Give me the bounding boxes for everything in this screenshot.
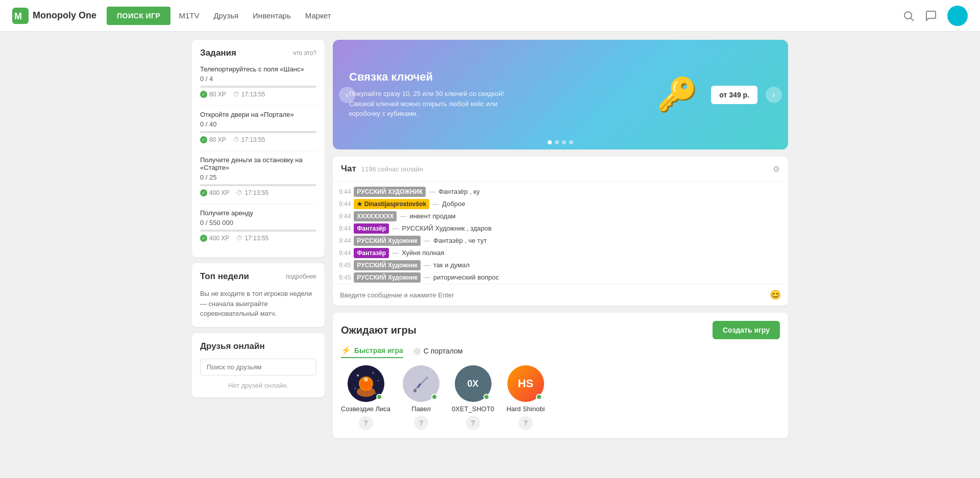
what-is-this-link[interactable]: что это?: [293, 49, 316, 57]
time-value-4: 17:13:55: [244, 235, 268, 242]
svg-line-14: [415, 378, 427, 390]
chat-time-1: 9:44: [339, 187, 351, 196]
banner-next-button[interactable]: ›: [766, 87, 782, 103]
friends-card: Друзья онлайн Нет друзей онлайн.: [192, 333, 325, 397]
user-avatar[interactable]: [947, 6, 968, 26]
banner-dot-4[interactable]: [569, 140, 573, 144]
players-row: Созвездие Лиса ?: [341, 365, 780, 430]
player-avatar-wrapper-1: [348, 365, 384, 402]
chat-message-4: 9:44 Фантазёр — РУССКИЙ Художник , здаро…: [339, 222, 782, 235]
chat-time-6: 9:44: [339, 248, 351, 258]
logo[interactable]: M Monopoly One: [12, 8, 96, 24]
chat-time-7: 9:45: [339, 261, 351, 270]
tab-portal-game[interactable]: ◎ С порталом: [413, 345, 463, 358]
task-name-1: Телепортируйтесь с поля «Шанс»: [200, 65, 316, 73]
task-name-3: Получите деньги за остановку на «Старте»: [200, 156, 316, 171]
chat-icon[interactable]: [925, 10, 937, 22]
chat-sep-4: —: [392, 223, 399, 234]
task-bar-1: [200, 86, 316, 88]
time-value-3: 17:13:55: [244, 189, 268, 196]
time-badge-3: ⏱ 17:13:55: [236, 189, 268, 196]
player-info-button-2[interactable]: ?: [414, 416, 428, 430]
time-value-2: 17:13:55: [241, 136, 265, 143]
task-item-4: Получите аренду 0 / 550 000 400 XP ⏱ 17:…: [200, 209, 316, 242]
nav-inventory[interactable]: Инвентарь: [253, 11, 291, 20]
banner-content: Связка ключей Покупайте сразу 10, 25 или…: [349, 70, 652, 119]
tasks-card: Задания что это? Телепортируйтесь с поля…: [192, 40, 325, 257]
player-card-2: Павел ?: [403, 365, 439, 430]
banner-price-button[interactable]: от 349 р.: [711, 86, 757, 104]
xp-icon-2: [200, 136, 207, 143]
keys-icon: 🔑: [657, 76, 698, 114]
player-card-4: HS Hard Shinobi ?: [506, 365, 545, 430]
chat-user-3[interactable]: XXXXXXXXX: [354, 211, 397, 221]
chat-user-5[interactable]: РУССКИЙ Художник: [354, 236, 421, 246]
chat-user-2[interactable]: ★ Dinastijasprostovšok: [354, 199, 429, 209]
task-name-2: Откройте двери на «Портале»: [200, 111, 316, 118]
chat-card: Чат 1196 сейчас онлайн ⚙ 9:44 РУССКИЙ ХУ…: [333, 157, 788, 306]
banner-description: Покупайте сразу 10, 25 или 50 ключей со …: [349, 89, 512, 119]
task-item-3: Получите деньги за остановку на «Старте»…: [200, 156, 316, 196]
portal-icon: ◎: [413, 346, 421, 356]
svg-point-5: [357, 374, 359, 376]
banner-dot-2[interactable]: [555, 140, 559, 144]
chat-user-7[interactable]: РУССКИЙ Художник: [354, 260, 421, 270]
banner-image: 🔑: [652, 69, 703, 120]
chat-messages[interactable]: 9:44 РУССКИЙ ХУДОЖНИК — Фантазёр , ку 9:…: [333, 182, 788, 284]
find-game-button[interactable]: ПОИСК ИГР: [107, 7, 170, 25]
chat-user-6[interactable]: Фантазёр: [354, 248, 389, 258]
chat-message-8: 9:45 РУССКИЙ Художник — риторический воп…: [339, 271, 782, 284]
nav-friends[interactable]: Друзья: [213, 11, 238, 20]
task-name-4: Получите аренду: [200, 209, 316, 217]
waiting-games-header: Ожидают игры Создать игру: [341, 321, 780, 339]
player-name-2: Павел: [411, 405, 431, 413]
no-friends-text: Нет друзей онлайн.: [200, 382, 316, 389]
chat-user-8[interactable]: РУССКИЙ Художник: [354, 272, 421, 283]
clock-icon-3: ⏱: [236, 189, 242, 196]
chat-time-8: 9:45: [339, 273, 351, 282]
xp-badge-3: 400 XP: [200, 189, 229, 196]
xp-icon-3: [200, 189, 207, 196]
chat-input[interactable]: [340, 291, 770, 299]
create-game-button[interactable]: Создать игру: [713, 321, 780, 339]
task-meta-1: 80 XP ⏱ 17:13:55: [200, 91, 316, 98]
svg-point-6: [372, 372, 374, 374]
chat-time-4: 9:44: [339, 224, 351, 233]
tab-quick-game[interactable]: ⚡ Быстрая игра: [341, 345, 403, 358]
xp-icon-4: [200, 235, 207, 242]
player-info-button-4[interactable]: ?: [519, 416, 533, 430]
chat-settings-icon[interactable]: ⚙: [773, 164, 780, 174]
svg-line-3: [911, 18, 914, 21]
svg-point-9: [375, 393, 376, 394]
chat-text-6: Хуйня полная: [402, 248, 444, 258]
chat-message-1: 9:44 РУССКИЙ ХУДОЖНИК — Фантазёр , ку: [339, 186, 782, 198]
banner-dot-1[interactable]: [548, 140, 552, 144]
chat-sep-3: —: [400, 211, 406, 221]
task-meta-4: 400 XP ⏱ 17:13:55: [200, 235, 316, 242]
chat-message-3: 9:44 XXXXXXXXX — инвент продам: [339, 210, 782, 222]
right-panel: ‹ Связка ключей Покупайте сразу 10, 25 и…: [333, 40, 788, 438]
friends-search-input[interactable]: [200, 359, 316, 375]
player-name-3: 0XET_SHOT0: [452, 405, 494, 413]
player-info-button-3[interactable]: ?: [466, 416, 480, 430]
task-progress-2: 0 / 40: [200, 120, 316, 128]
player-name-4: Hard Shinobi: [506, 405, 545, 413]
player-info-button-1[interactable]: ?: [359, 416, 373, 430]
banner-dot-3[interactable]: [562, 140, 566, 144]
chat-header: Чат 1196 сейчас онлайн ⚙: [333, 157, 788, 182]
top-week-details[interactable]: подробнее: [286, 273, 316, 280]
svg-point-2: [904, 12, 912, 19]
clock-icon-2: ⏱: [233, 136, 239, 143]
logo-text: Monopoly One: [33, 10, 96, 21]
time-badge-4: ⏱ 17:13:55: [236, 235, 268, 242]
nav-market[interactable]: Маркет: [305, 11, 331, 20]
time-badge-2: ⏱ 17:13:55: [233, 136, 265, 143]
task-progress-1: 0 / 4: [200, 75, 316, 83]
nav-m1tv[interactable]: M1TV: [179, 11, 199, 20]
search-icon[interactable]: [902, 10, 915, 22]
chat-user-4[interactable]: Фантазёр: [354, 223, 389, 234]
banner-prev-button[interactable]: ‹: [339, 87, 355, 103]
chat-user-1[interactable]: РУССКИЙ ХУДОЖНИК: [354, 187, 426, 197]
tab-portal-game-label: С порталом: [424, 347, 463, 355]
emoji-picker-icon[interactable]: 😊: [770, 289, 781, 300]
